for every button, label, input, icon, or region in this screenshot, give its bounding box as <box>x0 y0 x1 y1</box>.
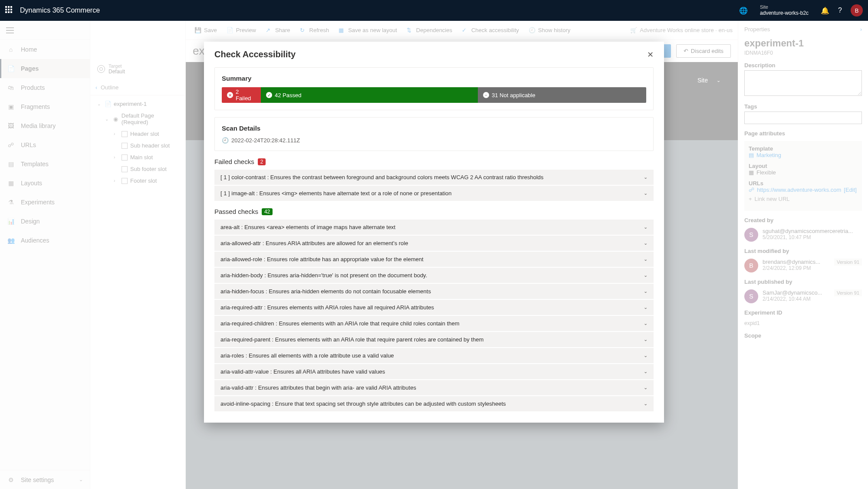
chevron-down-icon: ⌄ <box>644 385 648 391</box>
summary-bar: ✕2 Failed ✓42 Passed −31 Not applicable <box>222 87 646 103</box>
chevron-down-icon: ⌄ <box>644 224 648 230</box>
user-avatar[interactable]: B <box>851 4 863 16</box>
passed-count-badge: 42 <box>262 208 273 215</box>
chevron-down-icon: ⌄ <box>644 190 648 196</box>
scan-details-title: Scan Details <box>222 125 646 132</box>
chevron-down-icon: ⌄ <box>644 240 648 246</box>
check-text: aria-required-parent : Ensures elements … <box>220 336 483 343</box>
summary-failed: ✕2 Failed <box>222 87 261 103</box>
failed-checks-header: Failed checks 2 <box>214 158 654 165</box>
chevron-down-icon: ⌄ <box>644 256 648 262</box>
chevron-down-icon: ⌄ <box>644 289 648 294</box>
check-text: aria-required-attr : Ensures elements wi… <box>220 304 434 311</box>
site-name: adventure-works-b2c <box>760 10 809 16</box>
app-title: Dynamics 365 Commerce <box>20 7 100 14</box>
scan-details-card: Scan Details 🕘2022-02-24T20:28:42.111Z <box>214 117 654 151</box>
clock-icon: 🕘 <box>222 137 229 144</box>
globe-icon[interactable]: 🌐 <box>739 7 748 15</box>
check-row[interactable]: aria-hidden-body : Ensures aria-hidden='… <box>214 268 654 283</box>
check-accessibility-modal: Check Accessibility ✕ Summary ✕2 Failed … <box>204 42 664 423</box>
check-text: aria-hidden-focus : Ensures aria-hidden … <box>220 288 431 295</box>
fail-icon: ✕ <box>227 92 233 98</box>
chevron-down-icon: ⌄ <box>644 272 648 278</box>
check-row[interactable]: aria-valid-attr : Ensures attributes tha… <box>214 380 654 395</box>
check-row[interactable]: aria-required-children : Ensures element… <box>214 316 654 331</box>
check-text: avoid-inline-spacing : Ensure that text … <box>220 400 506 407</box>
help-icon[interactable]: ? <box>838 7 842 14</box>
check-text: aria-required-children : Ensures element… <box>220 320 460 327</box>
close-button[interactable]: ✕ <box>647 50 654 59</box>
check-text: aria-allowed-attr : Ensures ARIA attribu… <box>220 240 408 246</box>
app-launcher-icon[interactable] <box>5 6 14 15</box>
summary-title: Summary <box>222 75 646 82</box>
chevron-down-icon: ⌄ <box>644 353 648 358</box>
summary-passed: ✓42 Passed <box>261 87 478 103</box>
site-label: Site <box>760 4 809 10</box>
failed-checks-list: [ 1 ] color-contrast : Ensures the contr… <box>214 170 654 201</box>
check-row[interactable]: aria-hidden-focus : Ensures aria-hidden … <box>214 284 654 299</box>
summary-na: −31 Not applicable <box>478 87 646 103</box>
modal-overlay: Check Accessibility ✕ Summary ✕2 Failed … <box>0 21 868 489</box>
top-bar: Dynamics 365 Commerce 🌐 Site adventure-w… <box>0 0 868 21</box>
site-info[interactable]: Site adventure-works-b2c <box>760 4 809 16</box>
check-row[interactable]: [ 1 ] color-contrast : Ensures the contr… <box>214 170 654 185</box>
chevron-down-icon: ⌄ <box>644 369 648 374</box>
summary-card: Summary ✕2 Failed ✓42 Passed −31 Not app… <box>214 67 654 110</box>
check-row[interactable]: aria-allowed-role : Ensures role attribu… <box>214 252 654 267</box>
passed-checks-list: area-alt : Ensures <area> elements of im… <box>214 220 654 411</box>
check-row[interactable]: aria-required-attr : Ensures elements wi… <box>214 300 654 315</box>
check-row[interactable]: avoid-inline-spacing : Ensure that text … <box>214 396 654 411</box>
failed-count-badge: 2 <box>258 158 266 165</box>
scan-timestamp: 2022-02-24T20:28:42.111Z <box>231 137 300 144</box>
check-row[interactable]: area-alt : Ensures <area> elements of im… <box>214 220 654 235</box>
close-icon: ✕ <box>647 50 654 59</box>
check-text: aria-hidden-body : Ensures aria-hidden='… <box>220 272 427 279</box>
check-text: aria-valid-attr : Ensures attributes tha… <box>220 384 416 391</box>
modal-title: Check Accessibility <box>214 49 296 59</box>
notifications-icon[interactable]: 🔔 <box>821 7 829 15</box>
check-text: aria-valid-attr-value : Ensures all ARIA… <box>220 368 385 375</box>
chevron-down-icon: ⌄ <box>644 174 648 180</box>
check-row[interactable]: aria-required-parent : Ensures elements … <box>214 332 654 347</box>
na-icon: − <box>483 92 489 98</box>
check-text: aria-allowed-role : Ensures role attribu… <box>220 256 424 263</box>
chevron-down-icon: ⌄ <box>644 337 648 342</box>
check-text: aria-roles : Ensures all elements with a… <box>220 352 394 359</box>
passed-checks-header: Passed checks 42 <box>214 208 654 215</box>
check-text: area-alt : Ensures <area> elements of im… <box>220 224 395 230</box>
check-row[interactable]: [ 1 ] image-alt : Ensures <img> elements… <box>214 186 654 201</box>
check-row[interactable]: aria-allowed-attr : Ensures ARIA attribu… <box>214 236 654 251</box>
chevron-down-icon: ⌄ <box>644 321 648 326</box>
chevron-down-icon: ⌄ <box>644 305 648 310</box>
check-row[interactable]: aria-valid-attr-value : Ensures all ARIA… <box>214 364 654 379</box>
check-row[interactable]: aria-roles : Ensures all elements with a… <box>214 348 654 363</box>
pass-icon: ✓ <box>266 92 272 98</box>
check-text: [ 1 ] image-alt : Ensures <img> elements… <box>220 190 452 197</box>
chevron-down-icon: ⌄ <box>644 401 648 407</box>
check-text: [ 1 ] color-contrast : Ensures the contr… <box>220 174 543 181</box>
